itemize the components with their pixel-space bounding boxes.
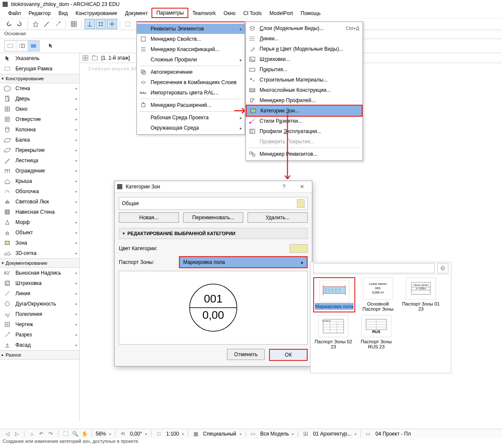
vp-layout-icon[interactable] (82, 55, 88, 61)
section-design[interactable]: ▾Конструирование (0, 74, 79, 83)
menu-modelport[interactable]: ModelPort (266, 9, 297, 18)
tool-pointer[interactable]: Указатель (0, 53, 79, 64)
sm-op-profiles[interactable]: Профили Эксплуатации... (246, 126, 363, 136)
close-icon[interactable]: ✕ (295, 182, 309, 191)
angle-value[interactable]: 0,00° (130, 431, 142, 437)
scale-icon[interactable]: □ (155, 430, 163, 438)
edit-section-header[interactable]: ▾РЕДАКТИРОВАНИЕ ВЫБРАННОЙ КАТЕГОРИИ (119, 228, 308, 239)
vp-tab-icon[interactable] (92, 55, 98, 61)
zoom-home-icon[interactable]: ⌂ (28, 430, 36, 438)
dd-ral-import[interactable]: RALИмпортировать цвета RAL... (137, 88, 245, 98)
stamp-tile-rus[interactable]: RUS Паспорт Зоны RUS 23 (356, 315, 396, 350)
rotate-icon[interactable]: ⟲ (119, 430, 127, 438)
menu-design[interactable]: Конструирование (72, 9, 121, 18)
tool-slab[interactable]: Перекрытие▸ (0, 145, 79, 155)
dd-environment[interactable]: Окружающая Среда▸ (137, 123, 245, 133)
dd-complex-profiles[interactable]: Сложные Профили▸ (137, 54, 245, 65)
sm-markup-styles[interactable]: Стили Разметки... (246, 116, 363, 126)
tool-arc[interactable]: Дуга/Окружность▸ (0, 299, 79, 309)
sm-attribute-mgr[interactable]: Менеджер Реквизитов... (246, 149, 363, 159)
tool-section-cut[interactable]: Разрез▸ (0, 330, 79, 340)
color-picker[interactable] (290, 244, 308, 253)
snap-perp-icon[interactable] (85, 19, 95, 29)
stamp-tile-02[interactable]: ZoneName Паспорт Зоны 02 23 (313, 315, 354, 350)
layer-icon[interactable]: Ш (302, 430, 309, 438)
tool-line[interactable]: Линия▸ (0, 288, 79, 299)
pan-icon[interactable]: ✋ (81, 430, 88, 438)
tool-stair[interactable]: Лестница▸ (0, 155, 79, 166)
dd-auto-intersect[interactable]: Автопересечение (137, 67, 245, 77)
tool-object[interactable]: Объект▸ (0, 227, 79, 238)
dd-layer-intersect[interactable]: Пересечения в Комбинациях Слоев (137, 77, 245, 88)
measure-icon[interactable] (42, 19, 52, 29)
sel-mode2-icon[interactable] (16, 41, 28, 51)
tool-morph[interactable]: Морф▸ (0, 217, 79, 227)
zone-stamp-dropdown[interactable]: Маркировка пола ▸ (179, 256, 308, 268)
mode-icon[interactable]: ▦ (192, 430, 200, 438)
tool-label[interactable]: A1Выносная Надпись▸ (0, 268, 79, 278)
magicwand-icon[interactable] (53, 19, 63, 29)
picker-settings-icon[interactable] (437, 263, 448, 273)
model-value[interactable]: Вся Модель (260, 431, 289, 437)
tool-opening[interactable]: Отверстие▸ (0, 114, 79, 124)
help-icon[interactable]: ? (277, 182, 291, 191)
tool-marquee[interactable]: Бегущая Рамка (0, 64, 79, 74)
menu-help[interactable]: Помощь (297, 9, 324, 18)
tool-elevation[interactable]: Фасад▸ (0, 340, 79, 350)
tool-zone[interactable]: Зона▸ (0, 238, 79, 248)
redo-icon[interactable] (15, 19, 25, 29)
nav-back-icon[interactable]: ◁ (3, 430, 11, 438)
menu-window[interactable]: Окно (220, 9, 239, 18)
sm-composites[interactable]: Многослойные Конструкции... (246, 85, 363, 95)
menu-view[interactable]: Вид (54, 9, 72, 18)
tool-curtainwall[interactable]: Навесная Стена▸ (0, 207, 79, 217)
menu-editor[interactable]: Редактор (25, 9, 55, 18)
menu-document[interactable]: Документ (121, 9, 151, 18)
section-document[interactable]: ▾Документирование (0, 258, 79, 268)
stamp-tile-markirovka[interactable]: Маркировка пола (313, 277, 355, 312)
zoom-next-icon[interactable]: ↷ (47, 430, 54, 438)
stamp-tile-basic[interactable]: <zone name>0010,000 m² Основной Паспорт … (358, 277, 398, 312)
grid-icon[interactable] (69, 19, 79, 29)
sm-surfaces[interactable]: Покрытия... (246, 64, 363, 75)
zoom-value[interactable]: 56% (96, 431, 106, 437)
ok-button[interactable]: ОК (269, 349, 308, 361)
stamp-tile-01[interactable]: <Zone name>A: 0,000m Паспорт Зоны 01 23 (401, 277, 441, 312)
tool-column[interactable]: Колонна▸ (0, 124, 79, 135)
sm-pens[interactable]: Перья и Цвет (Модельные Виды)... (246, 44, 363, 54)
tool-roof[interactable]: Крыша▸ (0, 176, 79, 186)
sm-lines[interactable]: Линии... (246, 33, 363, 44)
tool-mesh[interactable]: 3D-сетка▸ (0, 248, 79, 258)
pointer-icon[interactable] (48, 43, 53, 49)
tool-polyline[interactable]: Полилиния▸ (0, 309, 79, 319)
dd-class-mgr[interactable]: Менеджер Классификаций... (137, 44, 245, 54)
undo-icon[interactable] (3, 19, 14, 29)
tool-drawing[interactable]: Чертеж▸ (0, 319, 79, 330)
dd-work-env[interactable]: Рабочая Среда Проекта▸ (137, 112, 245, 123)
tool-shell[interactable]: Оболочка▸ (0, 186, 79, 197)
tool-window[interactable]: Окно▸ (0, 104, 79, 114)
menu-citools[interactable]: CI Tools (239, 9, 266, 18)
new-button[interactable]: Новая... (119, 212, 179, 223)
dd-element-attributes[interactable]: Реквизиты Элементов▸ (137, 24, 245, 34)
tool-wall[interactable]: Стена▸ (0, 83, 79, 94)
project-icon[interactable]: ▭ (364, 430, 372, 438)
tool-skylight[interactable]: Световой Люк▸ (0, 197, 79, 207)
sel-mode1-icon[interactable] (5, 41, 16, 51)
snap-guide-icon[interactable] (107, 19, 117, 29)
nav-fwd-icon[interactable]: ▷ (13, 430, 21, 438)
dd-addon-mgr[interactable]: Менеджер Расширений... (137, 100, 245, 110)
picker-search-input[interactable] (313, 263, 435, 273)
tool-beam[interactable]: Балка▸ (0, 135, 79, 145)
zoom-in-icon[interactable]: 🔍 (71, 430, 79, 438)
model-icon[interactable]: ▭ (249, 430, 257, 438)
snap-grid-icon[interactable] (96, 19, 106, 29)
pick-icon[interactable] (30, 19, 41, 29)
cancel-button[interactable]: Отменить (227, 349, 265, 360)
sm-fills[interactable]: Штриховки... (246, 54, 363, 64)
zoom-fit-icon[interactable]: ⛶ (62, 430, 70, 438)
layer-value[interactable]: 01 Архитектур... (313, 431, 351, 437)
sm-materials[interactable]: Строительные Материалы... (246, 75, 363, 85)
tool-railing[interactable]: Ограждение▸ (0, 166, 79, 176)
project-value[interactable]: 04 Проект - Пл (375, 431, 411, 437)
